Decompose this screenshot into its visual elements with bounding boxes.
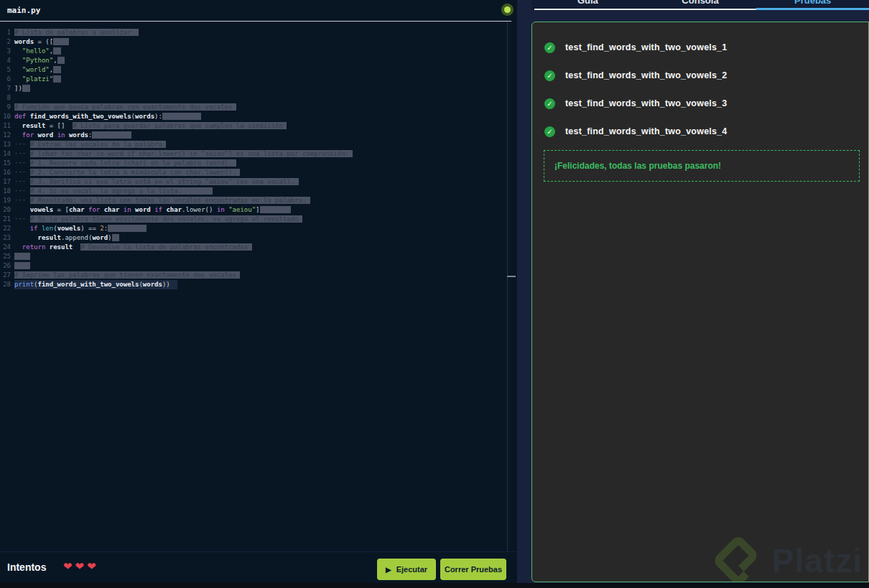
line-number: 24 [0, 243, 11, 252]
run-tests-button[interactable]: Correr Pruebas [440, 559, 506, 580]
code-line: 23 result.append(word) [0, 233, 517, 243]
line-number: 11 [0, 121, 11, 131]
line-number: 7 [0, 84, 11, 93]
heart-icon: ❤ [87, 560, 99, 572]
run-button[interactable]: ▶ Ejecutar [377, 559, 436, 580]
code-line: 11 result = [] # Lista para guardar pala… [0, 121, 517, 131]
success-message: ¡Felicidades, todas las pruebas pasaron! [554, 161, 721, 171]
connection-status-dot [504, 6, 511, 13]
code-line: 22 if len(vowels) == 2: [0, 224, 517, 233]
line-number: 28 [0, 280, 11, 289]
line-number: 13 [0, 140, 11, 149]
code-line: 24 return result # Devuelve la lista de … [0, 243, 517, 252]
line-number: 20 [0, 205, 11, 215]
platzi-wordmark: Platzi [772, 541, 863, 580]
line-number: 12 [0, 131, 11, 140]
code-editor[interactable]: 1# Lista de palabras a analizar 2words =… [0, 22, 517, 551]
test-list: ✓ test_find_words_with_two_vowels_1 ✓ te… [532, 22, 868, 137]
test-result-row: ✓ test_find_words_with_two_vowels_2 [544, 70, 868, 81]
line-number: 16 [0, 168, 11, 177]
play-icon: ▶ [386, 566, 391, 574]
check-circle-icon: ✓ [544, 98, 555, 109]
line-number: 27 [0, 271, 11, 280]
code-line: 17··· # 3. Verifica si esa letra está en… [0, 177, 517, 187]
test-name: test_find_words_with_two_vowels_1 [565, 42, 727, 52]
line-number: 18 [0, 187, 11, 196]
line-number: 21 [0, 215, 11, 224]
line-number: 2 [0, 37, 11, 47]
test-result-row: ✓ test_find_words_with_two_vowels_4 [544, 126, 868, 137]
code-line: 8 [0, 93, 517, 103]
code-line: 15··· # 1. Recorre cada letra (char) en … [0, 159, 517, 168]
heart-icon: ❤ [75, 560, 88, 572]
line-number: 22 [0, 224, 11, 233]
platzi-logo-icon [712, 536, 762, 582]
line-number: 5 [0, 65, 11, 75]
test-name: test_find_words_with_two_vowels_4 [565, 126, 727, 136]
run-button-label: Ejecutar [396, 565, 427, 574]
check-circle-icon: ✓ [544, 42, 555, 53]
file-tab-main-py[interactable]: main.py [7, 6, 40, 15]
line-number: 15 [0, 159, 11, 168]
platzi-watermark: Platzi [712, 536, 863, 582]
test-results-panel: ✓ test_find_words_with_two_vowels_1 ✓ te… [531, 22, 869, 582]
code-line: 27# Imprime las palabras que tienen exac… [0, 271, 517, 280]
code-line: 12 for word in words: [0, 131, 517, 140]
code-line: 5 "world", [0, 65, 517, 75]
line-number: 23 [0, 233, 11, 243]
code-line: 3 "hello", [0, 47, 517, 56]
code-playground: main.py 1# Lista de palabras a analizar … [0, 0, 869, 588]
bottom-strip [0, 583, 869, 588]
line-number: 1 [0, 28, 11, 37]
editor-pane: main.py 1# Lista de palabras a analizar … [0, 0, 517, 583]
test-name: test_find_words_with_two_vowels_2 [565, 70, 727, 80]
code-line: 19··· # Resultado: una lista con todas l… [0, 196, 517, 205]
attempts-label: Intentos [7, 561, 46, 573]
line-number: 9 [0, 103, 11, 112]
code-line: 1# Lista de palabras a analizar [0, 28, 517, 37]
overview-ruler-cursor-marker [507, 276, 516, 277]
code-line: 2words = ([ [0, 37, 517, 47]
editor-footer: Intentos ❤❤❤ ▶ Ejecutar Correr Pruebas [0, 551, 517, 583]
line-number: 6 [0, 75, 11, 84]
code-line: 26 [0, 261, 517, 271]
test-name: test_find_words_with_two_vowels_3 [565, 98, 727, 108]
editor-header: main.py [0, 0, 517, 22]
line-number: 25 [0, 252, 11, 261]
code-line: 9# Función que busca palabras con exacta… [0, 103, 517, 112]
check-circle-icon: ✓ [544, 126, 555, 137]
code-line: 14··· # [char for char in word if char.l… [0, 149, 517, 159]
code-line: 7]) [0, 84, 517, 93]
code-line: 4 "Python", [0, 56, 517, 65]
line-number: 8 [0, 93, 11, 103]
code-line: 28print(find_words_with_two_vowels(words… [0, 280, 517, 289]
heart-icon: ❤ [63, 560, 75, 572]
code-line: 13··· # Extrae las vocales de la palabra [0, 140, 517, 149]
attempts-hearts: ❤❤❤ [63, 560, 99, 573]
active-tab-underline [756, 8, 869, 10]
test-result-row: ✓ test_find_words_with_two_vowels_3 [544, 98, 868, 109]
line-number: 3 [0, 47, 11, 56]
run-tests-button-label: Correr Pruebas [445, 565, 502, 574]
right-pane: Guía Consola Pruebas ✓ test_find_words_w… [517, 0, 869, 583]
code-line: 10def find_words_with_two_vowels(words): [0, 112, 517, 121]
code-line: 25 [0, 252, 517, 261]
line-number: 4 [0, 56, 11, 65]
line-number: 14 [0, 149, 11, 159]
line-number: 10 [0, 112, 11, 121]
code-line: 16··· # 2. Convierte la letra a minúscul… [0, 168, 517, 177]
test-result-row: ✓ test_find_words_with_two_vowels_1 [544, 42, 868, 53]
code-line: 21··· # Si la palabra tiene exactamente … [0, 215, 517, 224]
line-number: 26 [0, 261, 11, 271]
code-line: 18··· # 4. Si es vocal, la agrega a la l… [0, 187, 517, 196]
code-line: 20 vowels = [char for char in word if ch… [0, 205, 517, 215]
line-number: 17 [0, 177, 11, 187]
overview-ruler [507, 22, 508, 551]
check-circle-icon: ✓ [544, 70, 555, 81]
success-message-box: ¡Felicidades, todas las pruebas pasaron! [544, 150, 860, 182]
tabbar-underline [534, 9, 756, 10]
line-number: 19 [0, 196, 11, 205]
code-line: 6 "platzi" [0, 75, 517, 84]
